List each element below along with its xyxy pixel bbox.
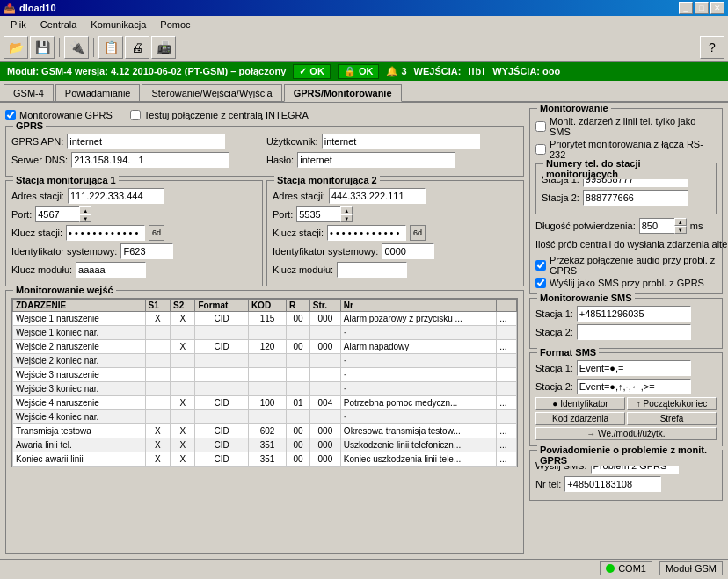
btn-we-modul[interactable]: → We./moduł/użytk. — [535, 427, 717, 440]
nr-tel-input[interactable] — [564, 476, 661, 492]
dns-input[interactable] — [71, 152, 229, 168]
left-panel: Monitorowanie GPRS Testuj połączenie z c… — [5, 108, 524, 554]
app-icon: 📥 — [4, 3, 16, 14]
status-bottom-bar: COM1 Moduł GSM — [0, 559, 728, 576]
table-row[interactable]: Wejście 2 naruszenieXCID12000000Alarm na… — [13, 340, 517, 354]
toolbar-sep1 — [59, 38, 60, 57]
gprs-problem-group: Powiadomienie o problemie z monit. GPRS … — [529, 450, 723, 501]
pass-input[interactable] — [297, 152, 455, 168]
minimize-button[interactable]: _ — [679, 2, 693, 14]
toolbar-fax[interactable]: 📠 — [151, 36, 176, 59]
confirm-down[interactable]: ▼ — [674, 226, 687, 234]
tab-gsm4[interactable]: GSM-4 — [4, 84, 54, 101]
phone-s2-input[interactable] — [583, 190, 688, 206]
wejscia-label: WEJŚCIA: — [414, 66, 462, 76]
menu-pomoc[interactable]: Pomoc — [153, 18, 197, 32]
s2-port-down[interactable]: ▼ — [340, 214, 353, 222]
table-row[interactable]: Wejście 3 naruszenie· — [13, 368, 517, 382]
cb-priority[interactable]: Priorytet monitorowania z łącza RS-232 — [535, 139, 717, 160]
tab-powiadamianie[interactable]: Powiadamianie — [55, 84, 141, 101]
test-integra-checkbox[interactable]: Testuj połączenie z centralą INTEGRA — [130, 110, 309, 120]
table-row[interactable]: Wejście 3 koniec nar.· — [13, 382, 517, 396]
events-group: Monitorowanie wejść ZDARZENIE S1 S2 Form… — [5, 290, 524, 554]
table-row[interactable]: Awaria linii tel.XXCID35100000Uszkodzeni… — [13, 438, 517, 452]
toolbar-save[interactable]: 💾 — [30, 36, 55, 59]
sms-s1-input[interactable] — [577, 306, 691, 322]
status-top-bar: Moduł: GSM-4 wersja: 4.12 2010-06-02 (PT… — [0, 62, 728, 81]
col-r: R — [287, 300, 310, 312]
menu-komunikacja[interactable]: Komunikacja — [84, 18, 153, 32]
s1-module-input[interactable] — [76, 262, 146, 278]
btn-strefa[interactable]: Strefa — [627, 412, 717, 425]
toolbar-print-preview[interactable]: 📋 — [98, 36, 123, 59]
menu-plik[interactable]: Plik — [4, 18, 33, 32]
sms-buttons-grid: ● Identyfikator ↑ Początek/koniec Kod zd… — [535, 397, 717, 440]
com-indicator — [606, 564, 615, 573]
events-table: ZDARZENIE S1 S2 Format KOD R Str. Nr Wej… — [12, 299, 517, 467]
fmt-s2-input[interactable] — [577, 379, 691, 394]
s2-addr-input[interactable] — [329, 188, 426, 204]
cb-audio[interactable]: Przekaż połączenie audio przy probl. z G… — [535, 255, 717, 276]
s2-id-label: Identyfikator systemowy: — [273, 246, 378, 257]
apn-input[interactable] — [67, 134, 225, 149]
s1-key-input[interactable] — [66, 225, 145, 241]
s2-id-input[interactable] — [382, 243, 434, 259]
s2-key-show-btn[interactable]: 6d — [410, 225, 426, 241]
gprs-group: GPRS GPRS APN: Serwer DNS: Użytkownik: — [5, 126, 524, 177]
toolbar-help[interactable]: ? — [700, 36, 724, 59]
maximize-button[interactable]: □ — [695, 2, 709, 14]
s1-addr-input[interactable] — [68, 188, 164, 204]
table-row[interactable]: Transmisja testowaXXCID60200000Okresowa … — [13, 424, 517, 438]
close-button[interactable]: ✕ — [710, 2, 724, 14]
format-sms-group: Format SMS Stacja 1: Stacja 2: ● Identyf… — [529, 352, 723, 446]
fmt-s1-input[interactable] — [577, 360, 691, 376]
s2-port-input[interactable] — [296, 206, 340, 222]
cb-sms-only[interactable]: Monit. zdarzeń z linii tel. tylko jako S… — [535, 116, 717, 137]
table-row[interactable]: Wejście 1 naruszenieXXCID11500000Alarm p… — [13, 312, 517, 326]
table-row[interactable]: Wejście 4 naruszenieXCID10001004Potrzebn… — [13, 396, 517, 410]
btn-kod[interactable]: Kod zdarzenia — [535, 412, 625, 425]
ok-badge2: 🔒 OK — [338, 64, 380, 79]
s2-port-up[interactable]: ▲ — [340, 206, 353, 214]
pass-row: Hasło: — [266, 152, 518, 168]
com-status: COM1 — [600, 561, 652, 575]
s1-key-show-btn[interactable]: 6d — [149, 225, 164, 241]
cb-sms-gprs[interactable]: Wyślij jako SMS przy probl. z GPRS — [535, 278, 717, 288]
gprs-group-title: GPRS — [13, 120, 46, 131]
toolbar-print[interactable]: 🖨 — [125, 36, 149, 59]
s1-id-input[interactable] — [120, 243, 173, 259]
user-input[interactable] — [322, 134, 480, 149]
toolbar-connect[interactable]: 🔌 — [64, 36, 89, 59]
attempts-label: Ilość prób centrali do wysłania zdarzeni… — [535, 239, 728, 250]
confirm-input[interactable] — [639, 218, 674, 234]
s2-module-input[interactable] — [337, 262, 407, 278]
menu-centrala[interactable]: Centrala — [33, 18, 84, 32]
tab-gprs[interactable]: GPRS/Monitorowanie — [284, 84, 402, 102]
toolbar-sep2 — [93, 38, 94, 57]
btn-identyfikator[interactable]: ● Identyfikator — [535, 397, 625, 410]
fmt-s1-label: Stacja 1: — [535, 363, 573, 373]
s2-key-input[interactable] — [327, 225, 406, 241]
col-action — [497, 300, 517, 312]
s1-module-label: Klucz modułu: — [11, 264, 72, 275]
fmt-s2-label: Stacja 2: — [535, 381, 573, 392]
tab-sterowanie[interactable]: Sterowanie/Wejścia/Wyjścia — [142, 84, 281, 101]
confirm-up[interactable]: ▲ — [674, 218, 687, 226]
sms-s2-label: Stacja 2: — [535, 327, 573, 337]
table-row[interactable]: Wejście 2 koniec nar.· — [13, 354, 517, 368]
phones-group: Numery tel. do stacji monitorujących Sta… — [535, 163, 717, 214]
table-row[interactable]: Koniec awarii liniiXXCID35100000Koniec u… — [13, 452, 517, 467]
sms-s2-input[interactable] — [577, 324, 691, 340]
table-row[interactable]: Wejście 1 koniec nar.· — [13, 326, 517, 340]
wyjscia-label: WYJŚCIA: ooo — [492, 66, 560, 76]
s1-port-down[interactable]: ▼ — [79, 214, 91, 222]
toolbar-open[interactable]: 📂 — [4, 36, 28, 59]
col-s1: S1 — [145, 300, 170, 312]
s2-key-label: Klucz stacji: — [273, 228, 324, 238]
btn-poczatek[interactable]: ↑ Początek/koniec — [627, 397, 717, 410]
monitoring-gprs-checkbox[interactable]: Monitorowanie GPRS — [5, 110, 113, 120]
s1-port-input[interactable] — [35, 206, 79, 222]
col-zdarzenie: ZDARZENIE — [13, 300, 146, 312]
table-row[interactable]: Wejście 4 koniec nar.· — [13, 410, 517, 424]
s1-port-up[interactable]: ▲ — [79, 206, 91, 214]
